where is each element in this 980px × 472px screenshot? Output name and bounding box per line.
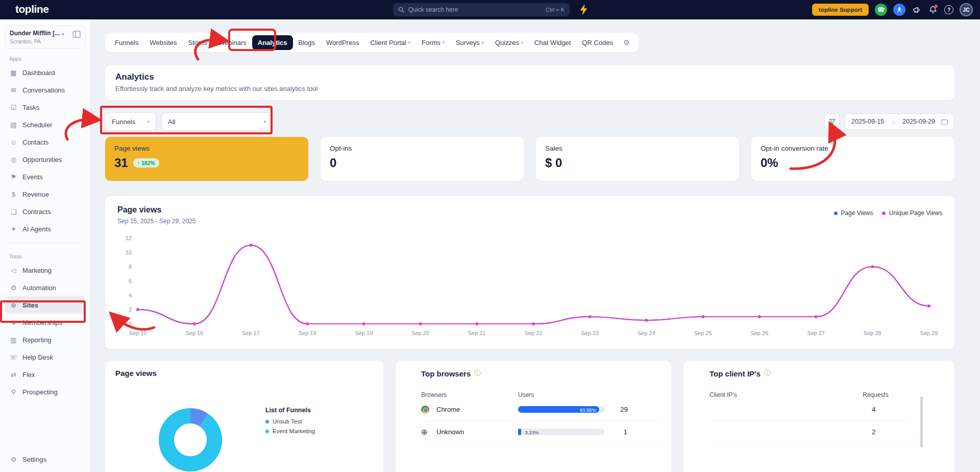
sidebar-item-sites[interactable]: ⊕Sites	[5, 296, 85, 314]
svg-text:Sep 20: Sep 20	[411, 330, 429, 336]
tab-stores[interactable]: Stores	[182, 35, 213, 50]
tab-wordpress[interactable]: WordPress	[321, 35, 364, 50]
page-header-card: Analytics Effortlessly track and analyze…	[105, 65, 954, 100]
info-icon[interactable]: ⓘ	[474, 369, 481, 378]
browsers-table-header: Browsers Users	[421, 391, 661, 398]
tab-analytics[interactable]: Analytics	[252, 35, 293, 50]
sidebar-item-dashboard[interactable]: ▦Dashboard	[5, 64, 85, 81]
tab-qr-codes[interactable]: QR Codes	[576, 35, 619, 50]
tab-client-portal[interactable]: Client Portal▾	[364, 35, 416, 50]
quick-actions-bolt-icon[interactable]	[579, 4, 589, 15]
kpi-label: Sales	[545, 145, 730, 152]
card-title: Page views	[115, 369, 373, 377]
calendar-icon[interactable]	[941, 119, 948, 125]
memberships-icon: ❖	[9, 319, 18, 326]
flex-icon: ⇄	[9, 371, 18, 379]
sidebar-item-label: Contacts	[22, 138, 48, 146]
collapse-sidebar-icon[interactable]	[72, 31, 81, 40]
notifications-bell-icon[interactable]	[928, 5, 938, 15]
quick-search-input[interactable]: Quick search here Ctrl + K	[393, 3, 570, 16]
kpi-sales-card: Sales $ 0	[536, 137, 739, 181]
entity-scope-select[interactable]: All ▾	[161, 112, 273, 131]
tab-websites[interactable]: Websites	[144, 35, 182, 50]
tab-funnels[interactable]: Funnels	[109, 35, 144, 50]
svg-text:Sep 26: Sep 26	[750, 330, 768, 336]
sidebar-item-contacts[interactable]: ☺Contacts	[5, 133, 85, 151]
main-content: FunnelsWebsitesStoresWebinarsAnalyticsBl…	[91, 19, 980, 472]
tab-blogs[interactable]: Blogs	[293, 35, 321, 50]
legend-item-unique-page-views[interactable]: Unique Page Views	[882, 209, 942, 217]
tab-forms[interactable]: Forms▾	[416, 35, 450, 50]
tabs-settings-gear-icon[interactable]: ⚙	[619, 35, 634, 50]
svg-text:0: 0	[129, 321, 132, 327]
sidebar-item-marketing[interactable]: ◁Marketing	[5, 262, 85, 279]
svg-text:Sep 23: Sep 23	[581, 330, 599, 336]
legend-item-page-views[interactable]: Page Views	[834, 209, 873, 217]
globe-icon: ⊕	[421, 428, 436, 436]
info-icon[interactable]: ⓘ	[764, 369, 771, 378]
column-header: Requests	[863, 391, 911, 398]
chart-legend: Page ViewsUnique Page Views	[834, 209, 942, 217]
svg-text:Sep 22: Sep 22	[525, 330, 543, 336]
sidebar-item-tasks[interactable]: ☑Tasks	[5, 99, 85, 116]
tab-label: QR Codes	[582, 39, 613, 46]
account-switcher[interactable]: Dunder Mifflin [... ▾ Scranton, PA	[5, 26, 85, 49]
topline-logo: topline	[15, 3, 48, 15]
sidebar-item-prospecting[interactable]: ⚲Prospecting	[5, 383, 85, 400]
kpi-value: 0%	[761, 156, 945, 170]
sidebar-item-events[interactable]: ⚑Events	[5, 168, 85, 185]
tab-label: WordPress	[326, 39, 359, 46]
svg-text:Sep 16: Sep 16	[185, 330, 203, 336]
search-placeholder: Quick search here	[408, 6, 542, 13]
svg-text:Sep 21: Sep 21	[468, 330, 486, 336]
legend-label: Unsub Test	[273, 418, 302, 424]
sidebar-item-reporting[interactable]: ▥Reporting	[5, 331, 85, 348]
app-screen: topline Quick search here Ctrl + K topli…	[0, 0, 980, 472]
tab-webinars[interactable]: Webinars	[213, 35, 252, 50]
sidebar-item-automation[interactable]: ⚙Automation	[5, 279, 85, 296]
sidebar-item-help-desk[interactable]: ☏Help Desk	[5, 348, 85, 366]
sidebar-item-memberships[interactable]: ❖Memberships	[5, 314, 85, 331]
kpi-label: Opt-in conversion rate	[761, 145, 945, 152]
usage-percent: 93.55%	[580, 407, 596, 412]
sidebar-item-flex[interactable]: ⇄Flex	[5, 366, 85, 383]
sidebar-item-label: Marketing	[22, 267, 52, 274]
phone-icon[interactable]: ☎	[875, 4, 887, 16]
chevron-down-icon: ▾	[443, 40, 445, 45]
date-range-picker[interactable]: 2025-09-15 → 2025-09-29	[845, 113, 954, 130]
table-scrollbar[interactable]	[920, 396, 923, 447]
tab-quizzes[interactable]: Quizzes▾	[489, 35, 529, 50]
column-header: Browsers	[421, 391, 518, 398]
sidebar-item-conversations[interactable]: ✉Conversations	[5, 81, 85, 99]
sidebar-item-settings[interactable]: ⚙ Settings	[5, 451, 85, 468]
sidebar: Dunder Mifflin [... ▾ Scranton, PA Apps …	[0, 19, 91, 472]
usage-bar: 3.23%	[518, 429, 605, 435]
sidebar-item-opportunities[interactable]: ◎Opportunities	[5, 151, 85, 168]
tab-surveys[interactable]: Surveys▾	[450, 35, 489, 50]
browser-name: Chrome	[436, 406, 518, 413]
sidebar-item-ai-agents[interactable]: ✦AI Agents	[5, 220, 85, 238]
table-row: 4	[709, 398, 911, 421]
tab-chat-widget[interactable]: Chat Widget	[529, 35, 577, 50]
sidebar-item-revenue[interactable]: $Revenue	[5, 185, 85, 203]
filter-button[interactable]	[824, 114, 840, 129]
svg-text:Sep 18: Sep 18	[299, 330, 316, 336]
table-row: 2	[709, 421, 911, 443]
sidebar-item-label: Contracts	[22, 208, 51, 216]
user-avatar[interactable]: JC	[960, 3, 973, 16]
support-button[interactable]: topline Support	[812, 4, 869, 16]
tab-label: Funnels	[115, 39, 138, 46]
svg-text:6: 6	[129, 278, 132, 284]
entity-type-select[interactable]: Funnels ▾	[105, 112, 156, 131]
kpi-trend-badge: ↑182%	[133, 158, 159, 168]
table-row: Chrome 93.55% 29	[421, 398, 661, 421]
help-icon[interactable]: ?	[944, 5, 953, 14]
sidebar-item-contracts[interactable]: ❑Contracts	[5, 203, 85, 220]
launchpad-icon[interactable]	[893, 4, 905, 16]
kpi-conversion-card: Opt-in conversion rate 0%	[751, 137, 954, 181]
sidebar-item-scheduler[interactable]: ▤Scheduler	[5, 116, 85, 133]
events-icon: ⚑	[9, 173, 18, 181]
filters-row: Funnels ▾ All ▾ 2025-09-15 → 2025-09-	[105, 112, 954, 131]
legend-dot	[834, 211, 838, 215]
announcements-icon[interactable]	[912, 5, 922, 15]
